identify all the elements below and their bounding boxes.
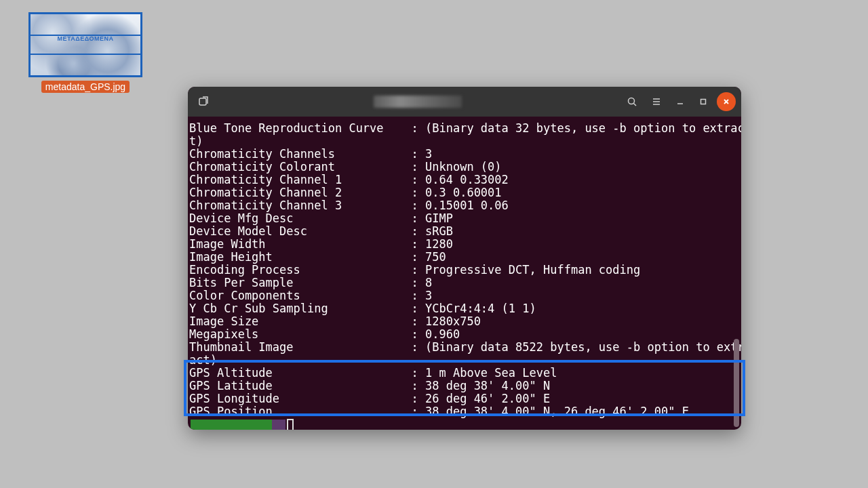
scrollbar[interactable]: [734, 117, 739, 427]
terminal-line: Device Mfg Desc : GIMP: [189, 212, 740, 225]
terminal-line: act): [189, 354, 740, 367]
close-button[interactable]: [717, 92, 736, 111]
terminal-line: GPS Latitude : 38 deg 38' 4.00" N: [189, 380, 740, 392]
maximize-button[interactable]: [694, 92, 713, 111]
terminal-line: Y Cb Cr Sub Sampling : YCbCr4:4:4 (1 1): [189, 302, 740, 315]
svg-rect-0: [199, 98, 206, 105]
terminal-line: Blue Tone Reproduction Curve : (Binary d…: [189, 122, 740, 135]
terminal-window: Blue Tone Reproduction Curve : (Binary d…: [188, 87, 741, 430]
terminal-line: Chromaticity Channel 1 : 0.64 0.33002: [189, 174, 740, 186]
terminal-line: Image Height : 750: [189, 251, 740, 264]
terminal-line: GPS Position : 38 deg 38' 4.00" N, 26 de…: [189, 405, 740, 418]
terminal-output[interactable]: Blue Tone Reproduction Curve : (Binary d…: [188, 117, 741, 430]
window-titlebar[interactable]: [188, 87, 741, 117]
terminal-line: Chromaticity Channel 3 : 0.15001 0.06: [189, 199, 740, 212]
terminal-line: GPS Altitude : 1 m Above Sea Level: [189, 367, 740, 380]
terminal-line: t): [189, 135, 740, 148]
terminal-line: Image Width : 1280: [189, 238, 740, 251]
svg-line-2: [634, 104, 637, 106]
terminal-line: Encoding Process : Progressive DCT, Huff…: [189, 264, 740, 277]
terminal-line: Color Components : 3: [189, 289, 740, 302]
thumb-overlay-text: ΜΕΤΑΔΕΔΟΜΕΝΑ: [57, 35, 113, 42]
terminal-line: Chromaticity Channels : 3: [189, 148, 740, 161]
cursor: [287, 419, 294, 430]
svg-point-1: [629, 98, 635, 104]
prompt-row: [189, 418, 740, 430]
desktop-file[interactable]: ΜΕΤΑΔΕΔΟΜΕΝΑ metadata_GPS.jpg: [28, 12, 142, 93]
window-title: [218, 96, 618, 108]
file-thumbnail: ΜΕΤΑΔΕΔΟΜΕΝΑ: [28, 12, 142, 77]
terminal-line: GPS Longitude : 26 deg 46' 2.00" E: [189, 392, 740, 405]
menu-button[interactable]: [646, 92, 667, 112]
file-name-label: metadata_GPS.jpg: [41, 81, 130, 93]
prompt-segment-green: [191, 420, 272, 430]
new-tab-button[interactable]: [193, 92, 214, 112]
terminal-line: Thumbnail Image : (Binary data 8522 byte…: [189, 341, 740, 354]
terminal-line: Bits Per Sample : 8: [189, 277, 740, 289]
terminal-line: Chromaticity Colorant : Unknown (0): [189, 161, 740, 174]
terminal-line: Image Size : 1280x750: [189, 315, 740, 328]
prompt-segment-purple: [272, 420, 285, 430]
terminal-line: Device Model Desc : sRGB: [189, 225, 740, 238]
search-button[interactable]: [622, 92, 642, 112]
svg-rect-7: [701, 100, 706, 104]
terminal-line: Chromaticity Channel 2 : 0.3 0.60001: [189, 186, 740, 199]
minimize-button[interactable]: [671, 92, 690, 111]
scrollbar-thumb[interactable]: [734, 339, 739, 427]
terminal-line: Megapixels : 0.960: [189, 328, 740, 341]
